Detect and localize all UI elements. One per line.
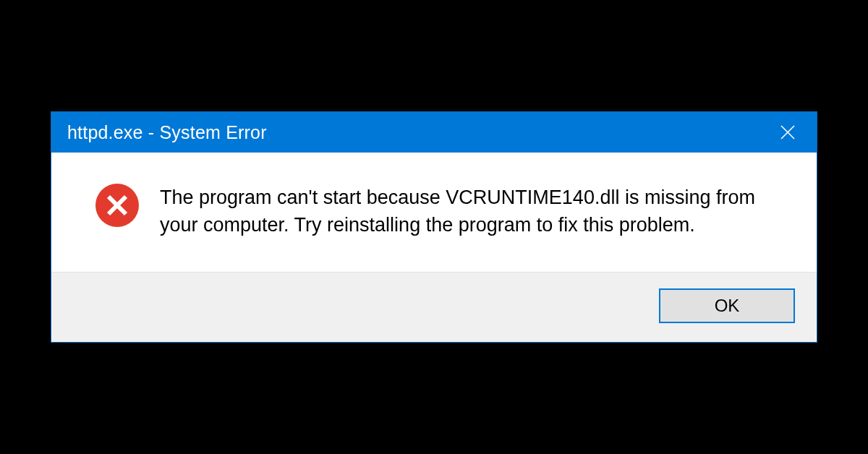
error-message: The program can't start because VCRUNTIM…	[160, 183, 785, 239]
ok-button[interactable]: OK	[659, 288, 795, 323]
close-icon	[780, 124, 796, 140]
ok-button-label: OK	[715, 296, 740, 316]
error-icon	[95, 183, 140, 228]
dialog-footer: OK	[51, 272, 817, 342]
screen: httpd.exe - System Error The program c	[0, 0, 868, 454]
dialog-content: The program can't start because VCRUNTIM…	[51, 153, 817, 272]
error-dialog: httpd.exe - System Error The program c	[51, 111, 817, 343]
dialog-title: httpd.exe - System Error	[67, 122, 772, 143]
dialog-titlebar: httpd.exe - System Error	[51, 112, 817, 153]
close-button[interactable]	[772, 116, 804, 148]
